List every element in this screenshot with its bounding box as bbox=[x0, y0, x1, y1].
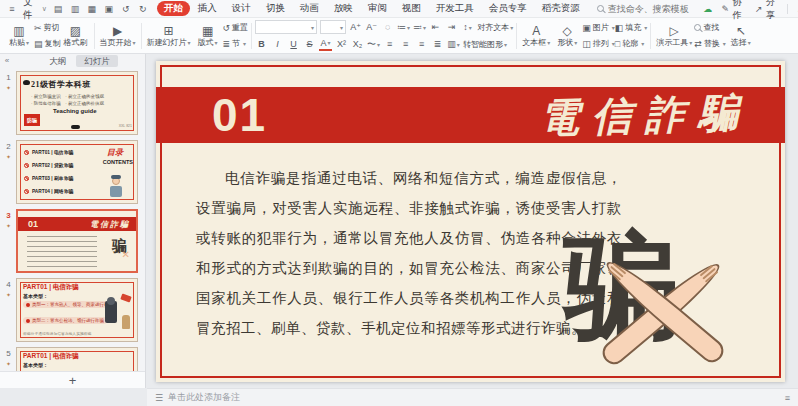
shape-icon: ◇ bbox=[563, 24, 572, 38]
section-button[interactable]: ≣ 节 bbox=[223, 37, 249, 51]
superscript-button[interactable]: X² bbox=[335, 37, 348, 51]
presentation-tools-button[interactable]: ▷ 演示工具 bbox=[654, 19, 694, 53]
tab-member[interactable]: 会员专享 bbox=[482, 1, 534, 16]
align-left-button[interactable]: ≡ bbox=[383, 37, 396, 51]
tab-resources[interactable]: 稻壳资源 bbox=[535, 1, 587, 16]
tab-home[interactable]: 开始 bbox=[157, 1, 190, 16]
collapse-panel-icon[interactable]: « bbox=[0, 56, 14, 65]
slide-thumbnail-2[interactable]: 2 ✦ PART01 | 电信诈骗 PART02 | 贷款诈骗 PART03 |… bbox=[1, 140, 142, 204]
numbering-button[interactable]: ≕ bbox=[413, 20, 426, 34]
textbox-button[interactable]: A 文本框 bbox=[520, 19, 552, 53]
bold-button[interactable]: B bbox=[255, 37, 268, 51]
slide-title-text: 電信詐騙 bbox=[538, 85, 751, 146]
pian-graphic[interactable]: 骗 bbox=[560, 229, 778, 379]
search-input[interactable] bbox=[608, 4, 703, 14]
highlight-button[interactable]: 〜 bbox=[367, 37, 380, 51]
share-button[interactable]: ↗ 分享 bbox=[754, 0, 781, 22]
format-painter-icon: ▨ bbox=[70, 24, 81, 38]
strikethrough-button[interactable]: S bbox=[303, 37, 316, 51]
play-icon: ▶ bbox=[113, 24, 122, 38]
cut-icon: ✂ bbox=[34, 23, 42, 33]
increase-font-button[interactable]: A⁺ bbox=[349, 20, 362, 34]
align-right-button[interactable]: ≡ bbox=[415, 37, 428, 51]
font-name-combo[interactable] bbox=[255, 20, 317, 34]
line-spacing-button[interactable]: ↕ bbox=[461, 20, 474, 34]
tab-transition[interactable]: 切换 bbox=[259, 1, 292, 16]
decor-blob bbox=[71, 125, 80, 129]
new-slide-icon: ⊞ bbox=[164, 24, 174, 38]
new-slide-button[interactable]: ⊞ 新建幻灯片 bbox=[145, 19, 193, 53]
slide-thumbnail-1[interactable]: 1 ✦ 21级哲学本科班 · 树立防骗意识 · 树立正确的金钱观 · 防范电信诈… bbox=[1, 71, 142, 135]
arrange-button[interactable]: ◫ 排列 bbox=[582, 37, 615, 51]
clear-format-button[interactable]: ◌ bbox=[381, 20, 394, 34]
outdent-button[interactable]: ⇤ bbox=[429, 20, 442, 34]
picture-icon: ▣ bbox=[582, 23, 591, 33]
animation-star-icon: ✦ bbox=[6, 291, 11, 298]
shape-button[interactable]: ◇ 形状 bbox=[552, 19, 582, 53]
fill-button[interactable]: ◧ 填充 bbox=[615, 21, 648, 35]
export-icon[interactable]: ▥ bbox=[69, 4, 81, 14]
hamburger-icon[interactable]: ≡ bbox=[6, 4, 18, 14]
thumb-text-lines bbox=[27, 236, 97, 268]
bullet-dot bbox=[26, 319, 30, 323]
subscript-button[interactable]: X₂ bbox=[351, 37, 364, 51]
replace-button[interactable]: ⇄ 替换 bbox=[694, 37, 726, 51]
undo-icon[interactable]: ↺ bbox=[120, 4, 132, 14]
picture-button[interactable]: ▣ 图片 bbox=[582, 21, 615, 35]
tab-devtools[interactable]: 开发工具 bbox=[429, 1, 481, 16]
presentation-tools-icon: ▷ bbox=[670, 24, 679, 38]
slide-thumbnail-5[interactable]: 5 ✦ PART01 | 电信诈骗 基本类型： 类型三：兼职刷单、网贷诈骗 bbox=[1, 347, 142, 371]
copy-button[interactable]: ▤ 复制 bbox=[34, 37, 61, 51]
print-icon[interactable]: ▦ bbox=[86, 4, 98, 14]
title-banner[interactable]: 01 電信詐騙 bbox=[156, 87, 785, 143]
tab-review[interactable]: 审阅 bbox=[361, 1, 394, 16]
tab-outline[interactable]: 大纲 bbox=[41, 55, 74, 67]
notes-bar[interactable]: ☰ 单击此处添加备注 ≡ bbox=[147, 388, 798, 406]
format-painter-button[interactable]: ▨ 格式刷 bbox=[61, 19, 91, 53]
align-justify-button[interactable]: ≣ bbox=[431, 37, 444, 51]
command-search[interactable] bbox=[597, 4, 703, 14]
bullets-button[interactable]: ≔ bbox=[397, 20, 410, 34]
tab-slideshow[interactable]: 放映 bbox=[327, 1, 360, 16]
cloud-sync-icon[interactable]: ☁ bbox=[703, 4, 713, 14]
outline-button[interactable]: □ 轮廓 bbox=[615, 37, 648, 51]
align-center-button[interactable]: ≡ bbox=[399, 37, 412, 51]
font-color-button[interactable]: A bbox=[319, 38, 332, 51]
police-officer-illustration bbox=[109, 177, 123, 199]
play-from-current-button[interactable]: ▶ 当页开始 bbox=[98, 19, 138, 53]
slide-sorter-icon[interactable]: ≡ bbox=[785, 393, 790, 403]
select-button[interactable]: ↖ 选择 bbox=[726, 19, 756, 53]
current-slide[interactable]: 01 電信詐騙 电信诈骗是指通过电话、网络和短信方式，编造虚假信息，设置骗局，对… bbox=[156, 61, 785, 382]
textbox-icon: A bbox=[532, 24, 540, 38]
tab-design[interactable]: 设计 bbox=[225, 1, 258, 16]
tab-animation[interactable]: 动画 bbox=[293, 1, 326, 16]
decrease-font-button[interactable]: A⁻ bbox=[365, 20, 378, 34]
paste-button[interactable]: ▥ 粘贴 bbox=[4, 19, 34, 53]
add-slide-button[interactable]: + bbox=[0, 371, 145, 388]
body-text-box[interactable]: 电信诈骗是指通过电话、网络和短信方式，编造虚假信息，设置骗局，对受害人实施远程、… bbox=[196, 163, 622, 343]
italic-button[interactable]: I bbox=[271, 37, 284, 51]
underline-button[interactable]: U bbox=[287, 37, 300, 51]
tab-insert[interactable]: 插入 bbox=[191, 1, 224, 16]
thumb-banner: 01 電信詐騙 bbox=[18, 217, 136, 231]
red-stamp: 防骗 bbox=[24, 114, 40, 126]
save-icon[interactable]: ▤ bbox=[52, 4, 64, 14]
reset-icon: ↺ bbox=[223, 23, 231, 33]
paste-icon: ▥ bbox=[13, 24, 24, 38]
smart-graphic-button[interactable]: 转智能图形 bbox=[463, 39, 507, 50]
columns-button[interactable]: ▥ bbox=[447, 37, 460, 51]
preview-icon[interactable]: ▣ bbox=[103, 4, 115, 14]
collaborate-icon: ✎ bbox=[720, 4, 730, 14]
redo-icon[interactable]: ↻ bbox=[137, 4, 149, 14]
slide-thumbnail-4[interactable]: 4 ✦ PART01 | 电信诈骗 基本类型： 类型一：冒充熟人、领导、商家进行… bbox=[1, 278, 142, 342]
font-size-combo[interactable] bbox=[320, 20, 346, 34]
layout-button[interactable]: ▦ 版式 bbox=[193, 19, 223, 53]
tab-slides[interactable]: 幻灯片 bbox=[76, 55, 118, 67]
reset-button[interactable]: ↺ 重置 bbox=[223, 21, 249, 35]
align-text-button[interactable]: 对齐文本 bbox=[477, 22, 513, 33]
find-button[interactable]: 查找 bbox=[694, 21, 726, 35]
slide-thumbnail-3[interactable]: 3 ✦ 01 電信詐騙 骗 ✕ bbox=[1, 209, 142, 273]
cut-button[interactable]: ✂ 剪切 bbox=[34, 21, 61, 35]
indent-button[interactable]: ⇥ bbox=[445, 20, 458, 34]
tab-view[interactable]: 视图 bbox=[395, 1, 428, 16]
